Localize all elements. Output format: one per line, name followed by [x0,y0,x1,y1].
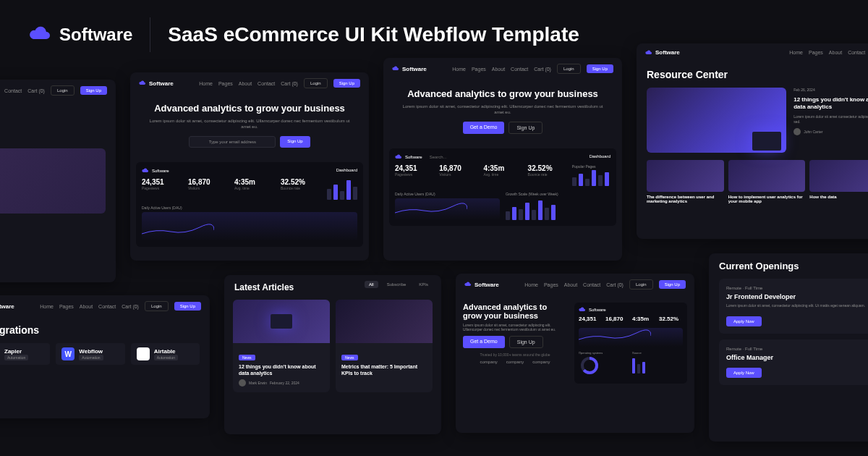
hero-section: Advanced analytics to grow your business… [130,94,369,156]
webflow-icon: W [61,347,75,360]
nav-item[interactable]: Cart (0) [606,282,624,287]
login-button[interactable]: Login [629,279,653,290]
login-button[interactable]: Login [304,78,328,88]
brand-logo: Software [29,25,132,45]
nav-item[interactable]: Cart (0) [122,304,139,309]
brand-name: Software [59,25,132,45]
preview-card-hero-demo: Software Home Pages About Contact Cart (… [383,58,622,261]
company-logo: company [480,360,497,364]
chart-label: Growth Scale (Week over Week) [506,192,610,196]
mini-logo: Software [139,80,174,87]
companies-text: Trusted by 10,000+ teams around the glob… [467,352,563,357]
filter-tab[interactable]: All [365,281,378,288]
nav-item[interactable]: Cart (0) [281,81,298,86]
nav-item[interactable]: Home [452,67,466,72]
preview-card-hero-side: Software Home Pages About Contact Cart (… [456,274,694,433]
nav-item[interactable]: About [492,67,505,72]
signup-button[interactable]: Sign Up [80,86,107,95]
nav-item[interactable]: About [80,304,93,309]
job-meta: Remote · Full Time [726,347,868,351]
articles-title: Latest Articles [224,275,304,300]
preview-cards-container: Pages About Contact Cart (0) Login Sign … [0,80,868,456]
nav-item[interactable]: Cart (0) [534,67,551,72]
cloud-icon [139,80,146,86]
login-button[interactable]: Login [145,301,169,311]
nav-item[interactable]: About [239,81,252,86]
stat-value: 24,351 [395,164,433,172]
nav-item[interactable]: Home [524,282,538,287]
demo-button[interactable]: Get a Demo [463,336,505,348]
hero-subtitle: Lorem ipsum dolor sit amet, consectetur … [463,323,567,332]
email-input[interactable]: Type your email address [189,136,276,148]
hero-title: Advanced analytics to grow your business [398,88,608,99]
stat-label: Pageviews [395,172,433,177]
integration-tag: Automation [4,355,28,360]
author-name: Mark Erwin [249,381,267,385]
demo-button[interactable]: Get a Demo [463,122,505,134]
signup-button[interactable]: Sign Up [333,79,360,88]
login-button[interactable]: Login [51,85,75,96]
article-card[interactable]: News 12 things you didn't know about dat… [233,300,330,392]
job-meta: Remote · Full Time [726,286,868,290]
nav-item[interactable]: Pages [59,304,74,309]
signup-button[interactable]: Sign Up [509,336,543,348]
nav-item[interactable]: Contact [583,282,600,287]
stat-value: 4:35m [234,178,275,186]
brand-name: Software [0,303,14,310]
stat-value: 24,351 [142,178,182,186]
signup-button[interactable]: Sign Up [587,64,613,73]
article-card[interactable]: News Metrics that matter: 5 Important KP… [336,300,433,392]
article-title: 12 things you didn't know about data ana… [239,363,324,376]
hero-subtitle: Lorem ipsum dolor sit amet, consectetur … [145,118,354,130]
nav-item[interactable]: Pages [218,81,233,86]
nav-item[interactable]: Pages [544,282,558,287]
nav-item[interactable]: Home [199,81,213,86]
stat-label: Visitors [439,172,477,177]
preview-card-help: Pages About Contact Cart (0) Login Sign … [0,80,116,282]
signup-button[interactable]: Sign Up [659,280,686,289]
nav-item[interactable]: Contact [98,304,116,309]
brand-name: Software [475,282,499,288]
stat-label: Bounce rate [528,172,566,177]
mini-nav: Pages About Contact Cart (0) Login Sign … [0,80,116,101]
integration-item[interactable]: ZapierAutomation [0,343,50,365]
brand-name: Software [589,308,606,312]
nav-item[interactable]: Contact [4,88,22,93]
cloud-icon [392,66,399,72]
dashboard-preview: Software Search... Dashboard 24,351Pagev… [389,148,616,226]
search-input[interactable]: Search... [430,155,447,159]
nav-item[interactable]: Contact [258,81,275,86]
jobs-title: Current Openings [709,253,868,279]
dashboard-preview: Software Dashboard 24,351Pageviews 16,87… [136,162,363,247]
nav-item[interactable]: Contact [511,67,528,72]
signup-button[interactable]: Sign Up [509,122,542,134]
filter-tab[interactable]: Subscribe [383,281,411,288]
nav-item[interactable]: Cart (0) [27,88,45,93]
login-button[interactable]: Login [557,64,581,74]
apply-button[interactable]: Apply Now [726,316,762,326]
donut-chart [579,355,600,376]
apply-button[interactable]: Apply Now [726,368,762,378]
stat-value: 32.52% [528,164,566,172]
integration-name: Webflow [79,348,103,355]
job-card: Remote · Full Time Jr Frontend Developer… [719,279,868,334]
avatar [239,379,246,387]
filter-tab[interactable]: KPIs [414,281,433,288]
nav-item[interactable]: About [564,282,577,287]
integration-name: Zapier [4,348,28,355]
integration-item[interactable]: WWebflowAutomation [56,343,124,365]
nav-item[interactable]: Pages [472,67,486,72]
integration-item[interactable]: AirtableAutomation [131,343,200,365]
nav-item[interactable]: Home [40,304,54,309]
signup-button[interactable]: Sign Up [174,302,201,311]
hero-partial-title: help your [0,101,116,137]
dashboard-label: Dashboard [590,154,610,160]
mini-nav: Software Home Pages About Contact Cart (… [456,274,694,295]
signup-button[interactable]: Sign Up [280,136,310,148]
featured-image[interactable] [647,88,786,153]
preview-card-resources: Software Home Pages About Contact Cart (… [637,43,868,239]
brand-name: Software [149,80,174,87]
header-divider [150,17,150,52]
area-chart [142,212,357,241]
article-date: February 22, 2024 [270,381,299,385]
